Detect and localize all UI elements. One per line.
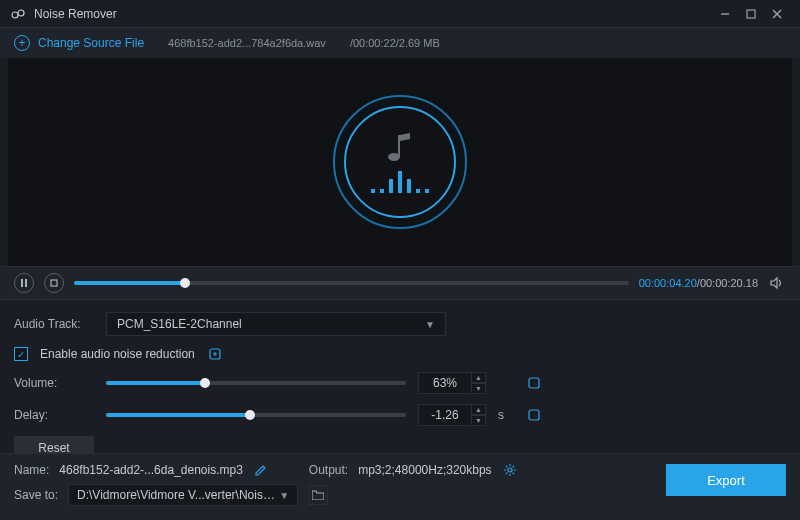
visualizer-ring	[333, 95, 467, 229]
svg-rect-9	[25, 279, 27, 287]
volume-reset-icon[interactable]	[526, 375, 542, 391]
save-path-select[interactable]: D:\Vidmore\Vidmore V...verter\Noise Remo…	[68, 484, 298, 506]
name-label: Name:	[14, 463, 49, 477]
transport-bar: 00:00:04.20/00:00:20.18	[0, 266, 800, 300]
source-filename: 468fb152-add2...784a2f6da.wav	[168, 37, 326, 49]
timecode: 00:00:04.20/00:00:20.18	[639, 277, 758, 289]
audio-track-select[interactable]: PCM_S16LE-2Channel ▼	[106, 312, 446, 336]
delay-value[interactable]: -1.26	[418, 404, 472, 426]
source-toolbar: + Change Source File 468fb152-add2...784…	[0, 28, 800, 58]
svg-rect-3	[747, 10, 755, 18]
volume-icon[interactable]	[768, 274, 786, 292]
open-folder-button[interactable]	[308, 485, 328, 505]
output-value: mp3;2;48000Hz;320kbps	[358, 463, 491, 477]
chevron-down-icon: ▼	[425, 319, 435, 330]
noise-reduction-checkbox[interactable]: ✓	[14, 347, 28, 361]
current-time: 00:00:04.20	[639, 277, 697, 289]
delay-slider[interactable]	[106, 413, 406, 417]
svg-rect-12	[529, 378, 539, 388]
window-title: Noise Remover	[34, 7, 117, 21]
music-note-icon	[386, 131, 414, 163]
delay-label: Delay:	[14, 408, 94, 422]
svg-rect-13	[529, 410, 539, 420]
svg-point-1	[18, 10, 24, 16]
minimize-button[interactable]	[712, 1, 738, 27]
volume-slider[interactable]	[106, 381, 406, 385]
volume-value[interactable]: 63%	[418, 372, 472, 394]
svg-rect-10	[51, 280, 57, 286]
audio-preview	[8, 58, 792, 266]
output-settings-icon[interactable]	[502, 462, 518, 478]
svg-rect-8	[21, 279, 23, 287]
plus-icon: +	[14, 35, 30, 51]
chevron-down-icon: ▼	[279, 490, 289, 501]
source-meta: /00:00:22/2.69 MB	[350, 37, 440, 49]
titlebar: Noise Remover	[0, 0, 800, 28]
svg-point-14	[508, 468, 512, 472]
equalizer-icon	[371, 171, 429, 193]
footer: Export Name: 468fb152-add2-...6da_denois…	[0, 453, 800, 520]
change-source-label: Change Source File	[38, 36, 144, 50]
total-time: /00:00:20.18	[697, 277, 758, 289]
save-path-value: D:\Vidmore\Vidmore V...verter\Noise Remo…	[77, 488, 279, 502]
name-value: 468fb152-add2-...6da_denois.mp3	[59, 463, 242, 477]
stop-button[interactable]	[44, 273, 64, 293]
noise-reduction-label: Enable audio noise reduction	[40, 347, 195, 361]
delay-stepper[interactable]: ▲▼	[472, 404, 486, 426]
controls-panel: Audio Track: PCM_S16LE-2Channel ▼ ✓ Enab…	[0, 300, 800, 474]
close-button[interactable]	[764, 1, 790, 27]
audio-track-label: Audio Track:	[14, 317, 94, 331]
seek-slider[interactable]	[74, 281, 629, 285]
svg-point-0	[12, 12, 18, 18]
volume-label: Volume:	[14, 376, 94, 390]
delay-unit: s	[498, 408, 514, 422]
volume-stepper[interactable]: ▲▼	[472, 372, 486, 394]
change-source-button[interactable]: + Change Source File	[14, 35, 144, 51]
delay-reset-icon[interactable]	[526, 407, 542, 423]
output-label: Output:	[309, 463, 348, 477]
audio-track-value: PCM_S16LE-2Channel	[117, 317, 242, 331]
edit-name-icon[interactable]	[253, 462, 269, 478]
app-logo-icon	[10, 6, 26, 22]
save-to-label: Save to:	[14, 488, 58, 502]
noise-reduction-settings-icon[interactable]	[207, 346, 223, 362]
pause-button[interactable]	[14, 273, 34, 293]
export-button[interactable]: Export	[666, 464, 786, 496]
maximize-button[interactable]	[738, 1, 764, 27]
svg-rect-7	[398, 135, 400, 157]
